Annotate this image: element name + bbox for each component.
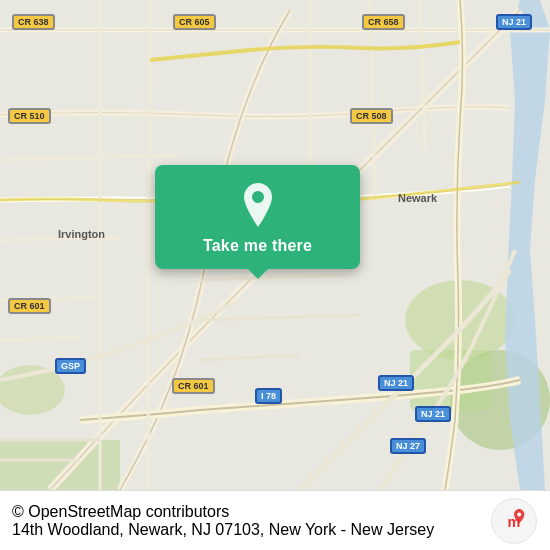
shield-cr658: CR 658 [362,14,405,30]
copyright-text: © OpenStreetMap contributors [12,503,434,521]
shield-cr601-1: CR 601 [8,298,51,314]
shield-nj21-mid: NJ 21 [378,375,414,391]
shield-cr601-2: CR 601 [172,378,215,394]
shield-nj21-top: NJ 21 [496,14,532,30]
shield-cr638: CR 638 [12,14,55,30]
shield-nj21-low: NJ 21 [415,406,451,422]
shield-cr510: CR 510 [8,108,51,124]
shield-nj27: NJ 27 [390,438,426,454]
address-text: 14th Woodland, Newark, NJ 07103, New Yor… [12,521,434,539]
moovit-logo: m [490,497,538,545]
irvington-label: Irvington [58,228,105,240]
shield-gsp2: GSP [55,358,86,374]
location-pin-icon [240,183,276,227]
shield-cr508: CR 508 [350,108,393,124]
take-me-there-button[interactable]: Take me there [203,237,312,255]
svg-point-25 [517,512,521,516]
svg-line-11 [0,338,80,340]
svg-rect-3 [410,350,490,410]
shield-i78: I 78 [255,388,282,404]
svg-point-22 [252,191,264,203]
map-container: Irvington Newark CR 638 CR 605 CR 658 NJ… [0,0,550,490]
svg-line-16 [148,0,150,490]
footer-bar: © OpenStreetMap contributors 14th Woodla… [0,490,550,550]
newark-label: Newark [398,192,437,204]
popup-card[interactable]: Take me there [155,165,360,269]
footer-info: © OpenStreetMap contributors 14th Woodla… [12,503,434,539]
shield-cr605: CR 605 [173,14,216,30]
